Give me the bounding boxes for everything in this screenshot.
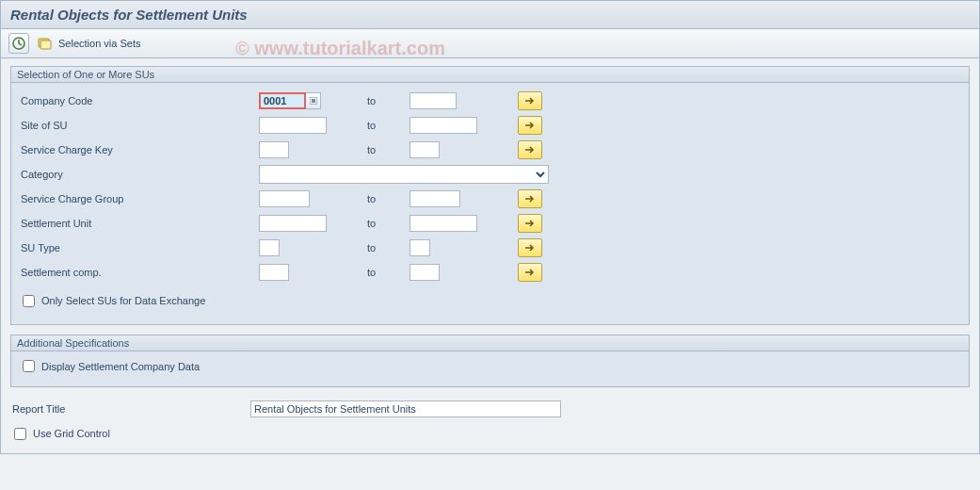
label-settlement-comp: Settlement comp. [19, 267, 259, 278]
select-category[interactable] [259, 165, 549, 184]
input-settlecomp-to[interactable] [410, 264, 440, 281]
checkbox-only-select-sus[interactable]: Only Select SUs for Data Exchange [19, 292, 205, 310]
arrow-right-icon [524, 194, 536, 204]
label-category: Category [19, 169, 259, 180]
group-additional-specs: Additional Specifications Display Settle… [10, 335, 970, 387]
multi-select-site[interactable] [518, 116, 542, 135]
checkbox-label: Use Grid Control [33, 428, 110, 439]
input-sckey-to[interactable] [410, 141, 440, 158]
input-settlecomp-from[interactable] [259, 264, 289, 281]
group-selection-header: Selection of One or More SUs [11, 67, 969, 83]
svg-rect-2 [40, 41, 51, 49]
arrow-right-icon [524, 268, 536, 277]
input-sutype-from[interactable] [259, 239, 280, 256]
row-site-su: Site of SU to [19, 113, 961, 138]
arrow-right-icon [524, 145, 536, 155]
selection-via-sets-label: Selection via Sets [53, 38, 146, 49]
input-scgroup-from[interactable] [259, 190, 310, 207]
input-su-from[interactable] [259, 215, 327, 232]
checkbox-input[interactable] [23, 295, 35, 307]
checkbox-input[interactable] [14, 428, 26, 440]
row-settlement-unit: Settlement Unit to [19, 211, 961, 236]
row-settlement-comp: Settlement comp. to [19, 260, 961, 285]
checkbox-input[interactable] [23, 360, 35, 372]
checkbox-display-settlement-company[interactable]: Display Settlement Company Data [19, 357, 200, 375]
row-service-charge-key: Service Charge Key to [19, 138, 961, 162]
clock-execute-icon [12, 37, 25, 50]
selection-via-sets-button[interactable]: Selection via Sets [33, 34, 151, 53]
input-sckey-from[interactable] [259, 141, 289, 158]
label-service-charge-key: Service Charge Key [19, 144, 259, 155]
label-su-type: SU Type [19, 242, 259, 253]
label-sc-group: Service Charge Group [19, 193, 259, 204]
multi-select-scgroup[interactable] [518, 189, 542, 208]
input-site-from[interactable] [259, 117, 327, 134]
checkbox-label: Only Select SUs for Data Exchange [41, 295, 205, 306]
label-settlement-unit: Settlement Unit [19, 218, 259, 229]
row-company-code: Company Code to [19, 89, 961, 113]
row-category: Category [19, 162, 961, 187]
label-report-title: Report Title [10, 403, 250, 415]
label-site: Site of SU [19, 120, 259, 131]
arrow-right-icon [524, 243, 536, 253]
svg-rect-4 [312, 99, 315, 103]
input-scgroup-to[interactable] [410, 190, 460, 207]
multi-select-sutype[interactable] [518, 238, 542, 257]
page-title: Rental Objects for Settlement Units [1, 1, 979, 29]
input-company-code-from[interactable] [259, 92, 306, 109]
multi-select-settlecomp[interactable] [518, 263, 542, 282]
f4-help-company-code[interactable] [306, 92, 321, 109]
multi-select-company-code[interactable] [518, 91, 542, 110]
row-su-type: SU Type to [19, 236, 961, 260]
group-selection-sus: Selection of One or More SUs Company Cod… [10, 66, 970, 325]
input-report-title[interactable] [250, 400, 561, 417]
checkbox-label: Display Settlement Company Data [41, 361, 200, 372]
input-su-to[interactable] [410, 215, 477, 232]
selection-sets-icon [38, 36, 53, 51]
input-company-code-to[interactable] [410, 92, 457, 109]
row-sc-group: Service Charge Group to [19, 187, 961, 211]
arrow-right-icon [524, 96, 536, 106]
input-sutype-to[interactable] [410, 239, 430, 256]
group-additional-header: Additional Specifications [11, 335, 969, 351]
multi-select-su[interactable] [518, 214, 542, 233]
checkbox-use-grid-control[interactable]: Use Grid Control [10, 425, 110, 443]
arrow-right-icon [524, 219, 536, 228]
arrow-right-icon [524, 121, 536, 130]
execute-button[interactable] [8, 33, 29, 54]
label-company-code: Company Code [19, 95, 259, 106]
multi-select-sckey[interactable] [518, 140, 542, 159]
input-site-to[interactable] [410, 117, 477, 134]
to-label: to [367, 95, 410, 106]
f4-icon [310, 97, 317, 105]
